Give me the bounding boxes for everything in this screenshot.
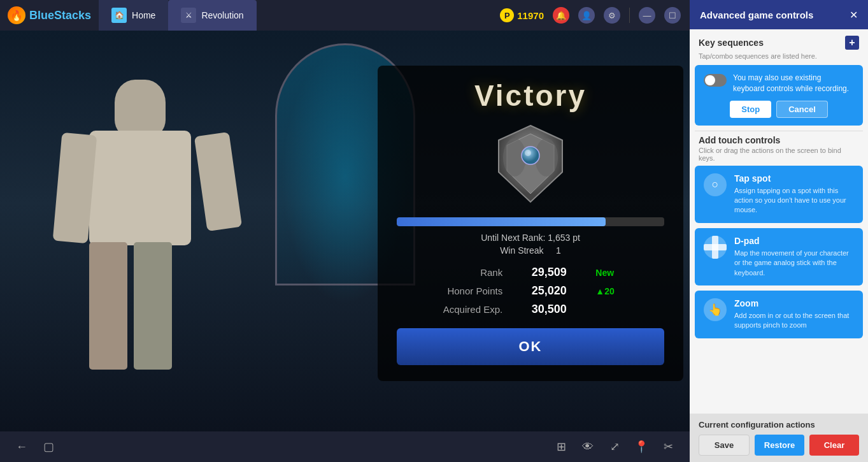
stats-change-honor: ▲20 xyxy=(595,286,651,296)
key-sequences-subtitle: Tap/combo sequences are listed here. xyxy=(690,52,868,65)
game-tab-icon: ⚔ xyxy=(181,8,196,23)
progress-bar-fill xyxy=(397,217,606,226)
victory-title: Victory xyxy=(397,78,664,113)
win-streak: Win Streak 1 xyxy=(397,245,664,256)
home-square-icon[interactable]: ▢ xyxy=(39,438,57,456)
home-tab-icon: 🏠 xyxy=(111,8,127,23)
svg-point-3 xyxy=(525,150,531,156)
zoom-card[interactable]: 👆 Zoom Add zoom in or out to the screen … xyxy=(695,291,863,338)
stats-row-rank: Rank 29,509 New xyxy=(397,263,664,282)
stats-label-exp: Acquired Exp. xyxy=(409,304,502,315)
separator xyxy=(629,8,630,23)
profile-icon[interactable]: 👤 xyxy=(578,7,595,24)
clear-config-button[interactable]: Clear xyxy=(809,435,859,456)
stats-label-honor: Honor Points xyxy=(409,285,502,296)
save-config-button[interactable]: Save xyxy=(699,435,750,456)
dpad-desc: Map the movement of your character or th… xyxy=(734,249,854,278)
restore-config-button[interactable]: Restore xyxy=(755,435,804,456)
char-head xyxy=(115,80,166,137)
tap-spot-desc: Assign tapping on a spot with this actio… xyxy=(734,186,854,215)
svg-point-2 xyxy=(522,147,539,164)
shield-svg xyxy=(495,122,566,205)
bottom-icons-right: ⊞ 👁 ⤢ 📍 ✂ xyxy=(552,438,677,456)
topbar-right: P 11970 🔔 👤 ⚙ — ☐ xyxy=(500,7,690,24)
char-leg-right xyxy=(134,242,172,370)
stats-change-rank: New xyxy=(595,268,651,278)
zoom-desc: Add zoom in or out to the screen that su… xyxy=(734,311,854,331)
zoom-icon-wrap: 👆 xyxy=(704,298,727,321)
coin-amount: 11970 xyxy=(517,10,544,21)
config-buttons: Save Restore Clear xyxy=(699,435,859,456)
recording-toggle[interactable] xyxy=(704,74,727,87)
character-body xyxy=(57,80,236,424)
tap-spot-icon: ○ xyxy=(712,178,719,191)
stats-value-rank: 29,509 xyxy=(502,266,595,279)
recording-top: You may also use existing keyboard contr… xyxy=(704,73,854,94)
win-streak-value: 1 xyxy=(556,245,561,256)
recording-text: You may also use existing keyboard contr… xyxy=(733,73,854,94)
stats-row-honor: Honor Points 25,020 ▲20 xyxy=(397,282,664,300)
tab-home-label: Home xyxy=(132,10,155,20)
rank-info: Until Next Rank: 1,653 pt xyxy=(397,233,664,243)
touch-controls-header: Add touch controls xyxy=(690,131,868,147)
bluestacks-logo[interactable]: 🔥 BlueStacks xyxy=(0,6,99,24)
bottom-bar: ← ▢ ⊞ 👁 ⤢ 📍 ✂ xyxy=(0,431,690,462)
stats-table: Rank 29,509 New Honor Points 25,020 ▲20 … xyxy=(397,263,664,319)
char-leg-left xyxy=(89,242,127,370)
stop-recording-button[interactable]: Stop xyxy=(730,101,771,118)
dpad-content: D-pad Map the movement of your character… xyxy=(734,236,854,278)
dpad-icon-wrap xyxy=(704,236,727,259)
cancel-recording-button[interactable]: Cancel xyxy=(776,101,828,118)
scissors-icon[interactable]: ✂ xyxy=(659,438,677,456)
bottom-icons-left: ← ▢ xyxy=(13,438,57,456)
location-icon[interactable]: 📍 xyxy=(632,438,650,456)
stats-value-honor: 25,020 xyxy=(502,284,595,298)
coin-icon: P xyxy=(500,8,514,22)
stats-value-exp: 30,500 xyxy=(502,303,595,316)
touch-controls-title: Add touch controls xyxy=(699,135,859,145)
resize-icon[interactable]: ⤢ xyxy=(606,438,623,456)
panel-title: Advanced game controls xyxy=(700,10,813,20)
config-title: Current configuration actions xyxy=(699,420,859,430)
zoom-content: Zoom Add zoom in or out to the screen th… xyxy=(734,298,854,331)
grid-icon[interactable]: ⊞ xyxy=(552,438,570,456)
victory-shield xyxy=(397,122,664,208)
tap-spot-icon-wrap: ○ xyxy=(704,173,727,196)
tab-home[interactable]: 🏠 Home xyxy=(99,0,168,31)
char-arm-right xyxy=(194,132,242,231)
panel-header: Advanced game controls ✕ xyxy=(690,0,868,29)
progress-section xyxy=(397,217,664,226)
key-sequences-title: Key sequences xyxy=(699,38,764,48)
ok-button[interactable]: OK xyxy=(397,328,664,365)
dpad-card[interactable]: D-pad Map the movement of your character… xyxy=(695,228,863,285)
maximize-icon[interactable]: ☐ xyxy=(664,7,681,24)
dpad-vertical xyxy=(712,236,718,259)
tab-revolution[interactable]: ⚔ Revolution xyxy=(168,0,256,31)
right-panel: Advanced game controls ✕ Key sequences +… xyxy=(690,0,868,462)
recording-card: You may also use existing keyboard contr… xyxy=(695,65,863,126)
dpad-icon xyxy=(704,236,727,259)
progress-bar-bg xyxy=(397,217,664,226)
top-bar: 🔥 BlueStacks 🏠 Home ⚔ Revolution P 11970… xyxy=(0,0,690,31)
tab-game-label: Revolution xyxy=(201,10,243,20)
logo-flame-icon: 🔥 xyxy=(8,6,25,24)
settings-icon[interactable]: ⚙ xyxy=(604,7,620,24)
touch-controls-subtitle: Click or drag the actions on the screen … xyxy=(690,147,868,166)
panel-close-button[interactable]: ✕ xyxy=(850,9,858,21)
notification-icon[interactable]: 🔔 xyxy=(553,7,569,24)
key-sequences-section: Key sequences + xyxy=(690,29,868,52)
tap-spot-title: Tap spot xyxy=(734,173,854,184)
win-streak-label: Win Streak xyxy=(500,245,543,256)
game-screen: Victory xyxy=(0,31,690,462)
minimize-icon[interactable]: — xyxy=(639,7,655,24)
recording-buttons: Stop Cancel xyxy=(704,101,854,118)
back-arrow-icon[interactable]: ← xyxy=(13,438,31,456)
character xyxy=(38,54,280,424)
app-name: BlueStacks xyxy=(29,9,91,22)
add-sequence-button[interactable]: + xyxy=(845,36,859,50)
tap-spot-card[interactable]: ○ Tap spot Assign tapping on a spot with… xyxy=(695,166,863,223)
stats-label-rank: Rank xyxy=(409,267,502,278)
tap-spot-content: Tap spot Assign tapping on a spot with t… xyxy=(734,173,854,215)
zoom-title: Zoom xyxy=(734,298,854,308)
eye-icon[interactable]: 👁 xyxy=(579,438,597,456)
